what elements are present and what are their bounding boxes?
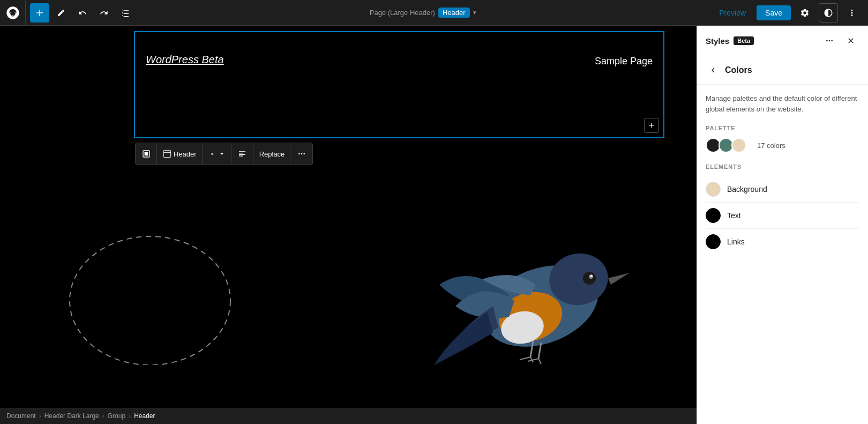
- three-dots-horizontal-icon: [297, 150, 306, 158]
- svg-point-12: [583, 272, 596, 285]
- wp-logo-icon: [5, 5, 20, 20]
- svg-point-14: [590, 275, 593, 277]
- center-breadcrumb: Page (Large Header) Header ▾: [139, 8, 706, 18]
- right-toolbar: Preview Save: [706, 3, 868, 23]
- redo-icon: [100, 9, 108, 17]
- block-type-button[interactable]: Header: [158, 143, 203, 165]
- three-dots-icon: [825, 36, 834, 45]
- breadcrumb-header-dark-large[interactable]: Header Dark Large: [44, 412, 99, 420]
- sidebar-close-button[interactable]: [842, 32, 859, 49]
- text-element-row[interactable]: Text: [706, 203, 859, 229]
- add-block-button[interactable]: [30, 3, 49, 23]
- breadcrumb-sep-3: ›: [129, 412, 131, 420]
- gear-icon: [800, 8, 810, 18]
- palette-row: 17 colors: [706, 138, 859, 153]
- svg-point-24: [831, 40, 833, 42]
- palette-section-label: PALETTE: [706, 125, 859, 131]
- vertical-dots-icon: [847, 8, 857, 18]
- dashed-circle-decoration: [64, 215, 236, 365]
- site-title[interactable]: WordPress Beta: [146, 54, 224, 66]
- block-more-options-button[interactable]: [291, 143, 312, 165]
- breadcrumb-document[interactable]: Document: [6, 412, 36, 420]
- back-chevron-icon: [708, 65, 718, 75]
- beta-badge: Beta: [734, 36, 754, 45]
- close-icon: [847, 36, 855, 45]
- save-button[interactable]: Save: [757, 5, 791, 20]
- align-icon: [238, 150, 246, 158]
- more-options-button[interactable]: [842, 3, 862, 23]
- canvas-area: WordPress Beta Sample Page + Header Repl…: [0, 26, 697, 408]
- header-block-icon: [163, 150, 171, 158]
- settings-button[interactable]: [795, 3, 814, 23]
- sidebar-more-options-button[interactable]: [821, 32, 838, 49]
- links-element-row[interactable]: Links: [706, 229, 859, 255]
- palette-count: 17 colors: [757, 142, 785, 150]
- svg-rect-2: [163, 150, 170, 157]
- breadcrumb-chevron-icon[interactable]: ▾: [473, 9, 476, 16]
- styles-sidebar: Styles Beta Colors Manage palettes and t…: [697, 26, 868, 424]
- colors-title: Colors: [725, 65, 752, 75]
- editor-canvas: WordPress Beta Sample Page + Header Repl…: [0, 26, 697, 408]
- undo-icon: [78, 9, 87, 17]
- list-icon: [121, 9, 130, 17]
- page-breadcrumb: Page (Large Header): [370, 9, 435, 17]
- sample-page-link[interactable]: Sample Page: [595, 56, 653, 67]
- elements-list: Background Text Links: [706, 176, 859, 255]
- links-color-dot: [706, 234, 721, 249]
- sidebar-header: Styles Beta: [697, 26, 868, 56]
- plus-icon: [35, 9, 44, 17]
- bird-svg: [429, 199, 654, 381]
- replace-label: Replace: [259, 150, 285, 158]
- manage-description: Manage palettes and the default color of…: [706, 93, 859, 114]
- block-type-label: Header: [174, 150, 197, 158]
- breadcrumb-sep-1: ›: [39, 412, 41, 420]
- contrast-button[interactable]: [819, 3, 838, 23]
- breadcrumb-group[interactable]: Group: [108, 412, 125, 420]
- links-label: Links: [727, 237, 745, 246]
- align-button[interactable]: [232, 143, 253, 165]
- context-badge[interactable]: Header: [438, 8, 470, 18]
- tools-button[interactable]: [51, 3, 71, 23]
- text-color-dot: [706, 208, 721, 223]
- sidebar-content: Manage palettes and the default color of…: [697, 85, 868, 424]
- palette-swatches[interactable]: [706, 138, 746, 153]
- svg-point-5: [301, 153, 303, 155]
- select-parent-button[interactable]: [136, 143, 157, 165]
- svg-rect-1: [144, 152, 148, 156]
- colors-section-header: Colors: [697, 56, 868, 85]
- document-overview-button[interactable]: [116, 3, 135, 23]
- text-label: Text: [727, 211, 741, 220]
- topbar: Page (Large Header) Header ▾ Preview Sav…: [0, 0, 868, 26]
- header-block[interactable]: WordPress Beta Sample Page +: [134, 31, 664, 138]
- bottom-breadcrumb: Document › Header Dark Large › Group › H…: [0, 408, 697, 424]
- svg-point-6: [304, 153, 305, 155]
- background-color-dot: [706, 182, 721, 197]
- chevron-up-icon: [208, 150, 216, 158]
- svg-line-20: [528, 359, 538, 361]
- svg-point-23: [829, 40, 830, 42]
- swatch-light: [731, 138, 746, 153]
- pen-icon: [57, 9, 65, 17]
- preview-button[interactable]: Preview: [713, 5, 752, 20]
- breadcrumb-header[interactable]: Header: [134, 412, 155, 420]
- move-up-button[interactable]: [203, 143, 231, 165]
- chevron-down-icon: [218, 150, 226, 158]
- wordpress-logo: [0, 0, 26, 26]
- svg-point-7: [70, 236, 230, 365]
- undo-button[interactable]: [73, 3, 92, 23]
- redo-button[interactable]: [94, 3, 114, 23]
- svg-line-18: [520, 357, 530, 360]
- breadcrumb-sep-2: ›: [102, 412, 104, 420]
- contrast-icon: [824, 8, 833, 18]
- replace-button[interactable]: Replace: [254, 143, 291, 165]
- editor-toolbar: [26, 3, 139, 23]
- svg-point-4: [298, 153, 300, 155]
- styles-label: Styles: [706, 36, 729, 46]
- background-label: Background: [727, 185, 767, 194]
- add-block-inline-button[interactable]: +: [644, 118, 659, 133]
- svg-line-21: [538, 359, 541, 364]
- back-button[interactable]: [706, 63, 721, 78]
- select-parent-icon: [142, 150, 151, 158]
- bird-image: [429, 199, 654, 381]
- background-element-row[interactable]: Background: [706, 176, 859, 203]
